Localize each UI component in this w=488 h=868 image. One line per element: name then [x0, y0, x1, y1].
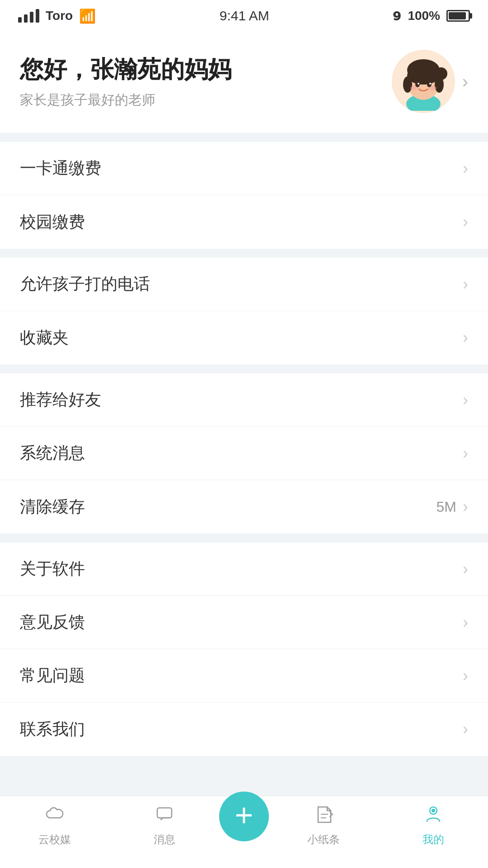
svg-point-13	[429, 86, 436, 90]
menu-right-feedback: ›	[463, 613, 468, 632]
profile-chevron-icon: ›	[462, 71, 468, 92]
status-right: 𝟵 100%	[393, 9, 470, 24]
bottom-nav: 云校媒 消息 + 小纸条	[0, 796, 488, 868]
chevron-icon-faq: ›	[463, 666, 468, 685]
menu-label-yikatong-payment: 一卡通缴费	[20, 157, 101, 179]
avatar-image	[394, 52, 453, 111]
menu-label-favorites: 收藏夹	[20, 327, 69, 349]
menu-right-about-software: ›	[463, 560, 468, 579]
header-text: 您好，张瀚苑的妈妈 家长是孩子最好的老师	[20, 54, 231, 109]
nav-add-button[interactable]: +	[219, 792, 269, 841]
menu-label-clear-cache: 清除缓存	[20, 496, 85, 518]
chevron-icon-contact-us: ›	[463, 720, 468, 739]
menu-item-clear-cache[interactable]: 清除缓存5M›	[0, 480, 488, 533]
menu-item-faq[interactable]: 常见问题›	[0, 649, 488, 703]
svg-point-11	[429, 83, 431, 85]
menu-label-contact-us: 联系我们	[20, 718, 85, 741]
menu-right-faq: ›	[463, 666, 468, 685]
menu-item-contact-us[interactable]: 联系我们›	[0, 703, 488, 756]
plus-icon: +	[235, 799, 253, 831]
nav-item-message[interactable]: 消息	[110, 804, 220, 847]
menu-item-feedback[interactable]: 意见反馈›	[0, 596, 488, 649]
svg-point-10	[418, 83, 419, 85]
menu-label-faq: 常见问题	[20, 665, 85, 687]
nav-item-mine[interactable]: 我的	[379, 804, 488, 847]
nav-label-mine: 我的	[422, 832, 444, 847]
menu-item-favorites[interactable]: 收藏夹›	[0, 311, 488, 364]
menu-label-system-messages: 系统消息	[20, 442, 85, 464]
battery-percent: 100%	[408, 9, 440, 23]
chevron-icon-feedback: ›	[463, 613, 468, 632]
chevron-icon-favorites: ›	[463, 328, 468, 347]
nav-item-cloud[interactable]: 云校媒	[0, 804, 110, 847]
menu-item-allowed-calls[interactable]: 允许孩子打的电话›	[0, 258, 488, 311]
menu-label-feedback: 意见反馈	[20, 611, 85, 633]
svg-point-4	[407, 66, 440, 85]
menu-label-allowed-calls: 允许孩子打的电话	[20, 273, 150, 295]
signal-bars-icon	[18, 9, 39, 23]
nav-item-paper[interactable]: 小纸条	[269, 804, 379, 847]
svg-rect-14	[157, 808, 172, 818]
menu-right-favorites: ›	[463, 328, 468, 347]
nav-label-message: 消息	[154, 832, 175, 847]
menu-item-yikatong-payment[interactable]: 一卡通缴费›	[0, 142, 488, 195]
menu-right-system-messages: ›	[463, 444, 468, 463]
menu-item-recommend-friends[interactable]: 推荐给好友›	[0, 373, 488, 427]
section-payments: 一卡通缴费›校园缴费›	[0, 142, 488, 249]
menu-right-allowed-calls: ›	[463, 275, 468, 294]
menu-item-campus-payment[interactable]: 校园缴费›	[0, 195, 488, 249]
carrier-label: Toro	[46, 9, 73, 23]
status-left: Toro 📶	[18, 8, 96, 24]
menu-item-system-messages[interactable]: 系统消息›	[0, 427, 488, 480]
status-bar: Toro 📶 9:41 AM 𝟵 100%	[0, 0, 488, 32]
menu-right-contact-us: ›	[463, 720, 468, 739]
header-right[interactable]: ›	[392, 50, 468, 113]
wifi-icon: 📶	[79, 8, 96, 24]
battery-icon	[446, 10, 470, 22]
menu-label-campus-payment: 校园缴费	[20, 211, 85, 233]
svg-point-12	[410, 86, 418, 90]
section-contacts: 允许孩子打的电话›收藏夹›	[0, 258, 488, 364]
menu-right-recommend-friends: ›	[463, 391, 468, 410]
section-social: 推荐给好友›系统消息›清除缓存5M›	[0, 373, 488, 533]
status-time: 9:41 AM	[220, 8, 269, 24]
menu-right-clear-cache: 5M›	[436, 497, 468, 516]
nav-label-cloud: 云校媒	[38, 832, 71, 847]
profile-header[interactable]: 您好，张瀚苑的妈妈 家长是孩子最好的老师	[0, 32, 488, 133]
nav-label-paper: 小纸条	[307, 832, 340, 847]
greeting-title: 您好，张瀚苑的妈妈	[20, 54, 231, 85]
avatar	[392, 50, 455, 113]
section-about: 关于软件›意见反馈›常见问题›联系我们›	[0, 542, 488, 756]
chevron-icon-recommend-friends: ›	[463, 391, 468, 410]
greeting-subtitle: 家长是孩子最好的老师	[20, 91, 231, 109]
mine-icon	[423, 804, 443, 829]
paper-icon	[314, 804, 333, 829]
menu-item-about-software[interactable]: 关于软件›	[0, 542, 488, 596]
menu-label-recommend-friends: 推荐给好友	[20, 389, 101, 411]
chevron-icon-allowed-calls: ›	[463, 275, 468, 294]
chevron-icon-about-software: ›	[463, 560, 468, 579]
svg-point-5	[403, 76, 412, 93]
chevron-icon-campus-payment: ›	[463, 212, 468, 231]
menu-right-campus-payment: ›	[463, 212, 468, 231]
cloud-icon	[45, 804, 65, 829]
svg-point-18	[432, 809, 435, 812]
chevron-icon-system-messages: ›	[463, 444, 468, 463]
message-icon	[155, 804, 174, 829]
menu-sections: 一卡通缴费›校园缴费›允许孩子打的电话›收藏夹›推荐给好友›系统消息›清除缓存5…	[0, 142, 488, 756]
menu-value-clear-cache: 5M	[436, 499, 456, 515]
svg-point-7	[435, 67, 447, 80]
menu-right-yikatong-payment: ›	[463, 159, 468, 178]
chevron-icon-clear-cache: ›	[463, 497, 468, 516]
chevron-icon-yikatong-payment: ›	[463, 159, 468, 178]
menu-label-about-software: 关于软件	[20, 558, 85, 580]
bluetooth-icon: 𝟵	[393, 9, 401, 24]
